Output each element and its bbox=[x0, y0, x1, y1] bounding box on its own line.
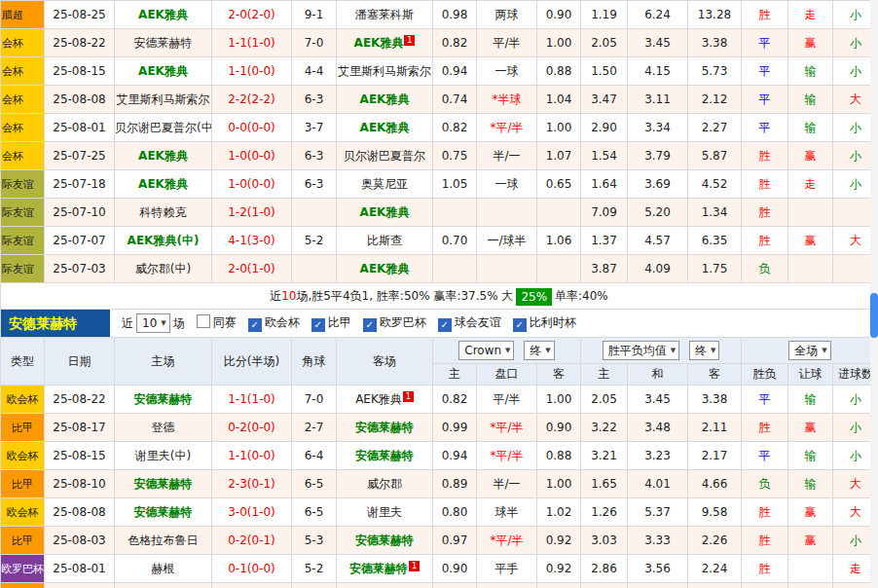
league-cell: 欧会杯 bbox=[1, 498, 45, 527]
team-name: 安德莱赫特 bbox=[355, 533, 414, 547]
away-team-cell: 艾里斯利马斯索尔 bbox=[337, 57, 433, 86]
result-cell: 平 bbox=[742, 442, 788, 470]
match-row: 比甲25-08-10安德莱赫特2-3(0-1)6-5威尔郡0.89半/一1.00… bbox=[1, 470, 878, 498]
result-cell: 平 bbox=[742, 386, 788, 414]
away-team-cell: AEK雅典1 bbox=[337, 386, 433, 414]
eu-home-odds-cell: 1.50 bbox=[581, 57, 628, 86]
ah-line-cell: 一球 bbox=[477, 57, 537, 86]
team-name: AEK雅典(中) bbox=[128, 234, 200, 247]
ah-home-odds-cell: 0.82 bbox=[433, 386, 477, 414]
eu-draw-odds-cell: 4.57 bbox=[628, 227, 688, 255]
eu-away-odds-cell: 4.13 bbox=[688, 583, 742, 588]
corner-cell: 6-3 bbox=[292, 86, 337, 114]
away-team-cell: 威尔郡 bbox=[337, 470, 433, 498]
chevron-down-icon: ▼ bbox=[161, 315, 165, 331]
select-value: Crown bbox=[464, 343, 501, 358]
bookmaker-select[interactable]: Crown▼ bbox=[458, 341, 514, 360]
games-label: 场 bbox=[173, 315, 185, 332]
eu-home-odds-cell: 1.64 bbox=[581, 170, 628, 199]
match-row: 比甲25-08-03色格拉布鲁日0-2(0-1)5-3安德莱赫特0.97*平/半… bbox=[1, 527, 878, 555]
filter-label: 欧罗巴杯 bbox=[380, 315, 426, 329]
big-rate-badge: 25% bbox=[516, 288, 552, 306]
filter-checkbox[interactable]: ✓ bbox=[513, 318, 527, 332]
result-cell: 胜 bbox=[742, 583, 788, 588]
match-row: 比甲25-08-17登德0-2(0-0)2-7安德莱赫特0.99*平/半0.90… bbox=[1, 414, 878, 442]
eu-away-odds-cell: 13.28 bbox=[688, 1, 742, 29]
handicap-result-cell bbox=[788, 255, 833, 283]
score-cell: 2-0(1-0) bbox=[212, 255, 292, 283]
scrollbar-track[interactable] bbox=[870, 0, 878, 588]
away-team-cell: 谢里夫 bbox=[337, 498, 433, 527]
near-label: 近 bbox=[122, 315, 133, 332]
ah-home-odds-cell: 0.98 bbox=[433, 1, 477, 29]
team-name: 登德 bbox=[152, 421, 175, 434]
away-team-cell: AEK雅典 bbox=[337, 199, 433, 227]
corner-cell: 5-2 bbox=[292, 555, 337, 583]
ah-home-odds-cell: 0.94 bbox=[433, 57, 477, 86]
handicap-result-cell: 输 bbox=[788, 86, 833, 114]
eu-draw-odds-cell: 3.69 bbox=[628, 170, 688, 199]
red-card-badge: 1 bbox=[403, 391, 414, 402]
scope-select[interactable]: 全场▼ bbox=[788, 341, 830, 360]
date-cell: 25-08-15 bbox=[45, 442, 115, 470]
handicap-result-cell: 输 bbox=[788, 114, 833, 142]
eu-draw-odds-cell: 3.48 bbox=[628, 414, 688, 442]
team-title: 安德莱赫特 bbox=[1, 310, 110, 337]
date-cell: 25-08-22 bbox=[45, 386, 115, 414]
handicap-result-cell bbox=[788, 555, 833, 583]
ah-away-odds-cell: 0.88 bbox=[537, 442, 581, 470]
ah-away-odds-cell: 0.90 bbox=[537, 414, 581, 442]
wdl-average-select[interactable]: 胜平负均值▼ bbox=[603, 341, 679, 360]
score-cell: 1-1(0-0) bbox=[212, 57, 292, 86]
filter-checkbox[interactable]: ✓ bbox=[438, 318, 452, 332]
eu-draw-odds-cell: 3.11 bbox=[628, 86, 688, 114]
filter-checkbox[interactable] bbox=[197, 314, 210, 328]
chevron-down-icon: ▼ bbox=[822, 343, 826, 358]
col-type-header: 类型 bbox=[1, 338, 45, 386]
ah-home-odds-cell: 0.70 bbox=[433, 227, 477, 255]
ah-home-odds-cell bbox=[433, 199, 477, 227]
ah-away-odds-cell: 1.06 bbox=[537, 227, 581, 255]
away-team-cell: AEK雅典1 bbox=[337, 29, 433, 57]
select-value: 10 bbox=[142, 315, 157, 331]
chevron-down-icon: ▼ bbox=[505, 343, 510, 358]
ah-home-odds-cell: 0.94 bbox=[433, 442, 477, 470]
home-team-cell: AEK雅典(中) bbox=[115, 227, 212, 255]
filter-checkbox[interactable]: ✓ bbox=[248, 318, 262, 332]
eu-home-header: 主 bbox=[581, 364, 628, 386]
team-name: 比斯查 bbox=[367, 234, 402, 247]
handicap-result-cell: 赢 bbox=[788, 414, 833, 442]
summary-row: 近10场,胜5平4负1, 胜率:50% 赢率:37.5% 大25%单率:40% bbox=[0, 283, 878, 310]
filter-checkbox[interactable]: ✓ bbox=[363, 318, 377, 332]
home-team-cell: 安德莱赫特 bbox=[115, 583, 212, 588]
ah-line-cell: 两球 bbox=[477, 1, 537, 29]
date-cell: 25-08-08 bbox=[45, 498, 115, 527]
team-name: 谢里夫(中) bbox=[135, 449, 191, 462]
filter-checkbox[interactable]: ✓ bbox=[311, 318, 325, 332]
scrollbar-thumb[interactable] bbox=[870, 293, 878, 338]
eu-away-odds-cell: 3.38 bbox=[688, 386, 742, 414]
final-odds-select-2[interactable]: 终▼ bbox=[689, 341, 719, 360]
result-cell: 平 bbox=[742, 86, 788, 114]
home-team-cell: 科特赖克 bbox=[115, 199, 212, 227]
match-row: 比甲25-07-27安德莱赫特5-2(2-0)8-3韦斯特鲁1.05半/一0.8… bbox=[1, 583, 878, 588]
corner-cell: 9-1 bbox=[292, 1, 337, 29]
date-cell: 25-07-27 bbox=[45, 583, 115, 588]
home-team-cell: AEK雅典 bbox=[115, 57, 212, 86]
handicap-result-cell: 输 bbox=[788, 442, 833, 470]
home-team-cell: 威尔郡(中) bbox=[115, 255, 212, 283]
match-row: 会杯25-08-01贝尔谢巴夏普尔(中)0-0(0-0)3-7AEK雅典0.82… bbox=[1, 114, 878, 142]
team-name: 安德莱赫特 bbox=[134, 392, 193, 406]
match-row: 欧会杯25-08-22安德莱赫特1-1(1-0)7-0AEK雅典10.82平/半… bbox=[1, 386, 878, 414]
ah-away-odds-cell: 0.88 bbox=[537, 57, 581, 86]
eu-draw-odds-cell: 4.01 bbox=[628, 470, 688, 498]
team-name: 科特赖克 bbox=[140, 205, 187, 219]
ah-away-odds-cell: 0.92 bbox=[537, 527, 581, 555]
ah-away-odds-cell: 0.84 bbox=[537, 583, 581, 588]
final-odds-select-1[interactable]: 终▼ bbox=[524, 341, 554, 360]
match-count-select[interactable]: 10▼ bbox=[136, 313, 170, 333]
team-name: AEK雅典 bbox=[360, 205, 410, 219]
handicap-result-cell: 输 bbox=[788, 57, 833, 86]
team-name: 奥莫尼亚 bbox=[361, 177, 408, 191]
away-team-cell: AEK雅典 bbox=[337, 86, 433, 114]
